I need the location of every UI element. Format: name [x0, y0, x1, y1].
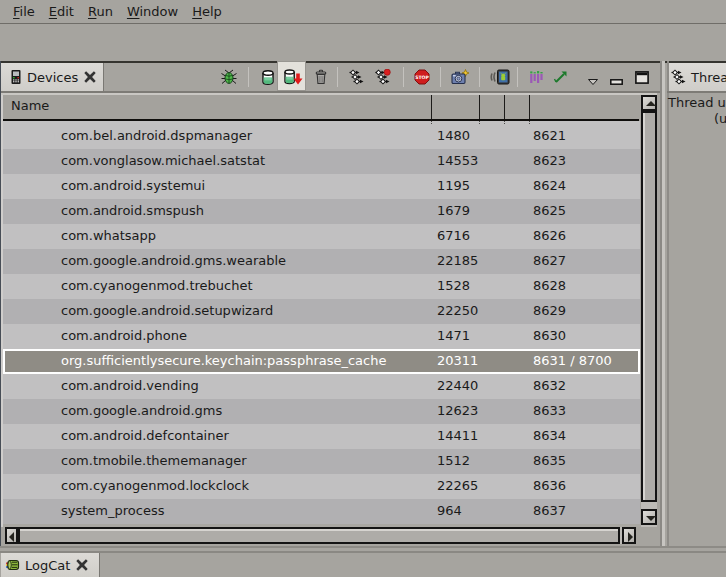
table-row[interactable]: com.vonglasow.michael.satstat145538623 — [3, 149, 640, 174]
menu-bar: FileEditRunWindowHelp — [0, 0, 726, 24]
process-pid: 22440 — [437, 378, 478, 393]
column-divider[interactable] — [504, 95, 505, 119]
process-pid: 1471 — [437, 328, 470, 343]
scroll-left-button[interactable] — [5, 527, 18, 544]
debug-bug-icon — [221, 73, 237, 88]
close-icon[interactable] — [84, 71, 96, 83]
horizontal-scrollbar-thumb[interactable] — [18, 527, 620, 544]
table-row[interactable]: com.android.defcontainer144118634 — [3, 424, 640, 449]
horizontal-scrollbar[interactable] — [5, 527, 636, 544]
screen-capture-button[interactable] — [451, 69, 471, 85]
table-row-selected[interactable]: org.sufficientlysecure.keychain:passphra… — [3, 349, 640, 374]
column-divider[interactable] — [529, 95, 530, 119]
panel-sash[interactable] — [662, 61, 665, 548]
logcat-icon — [5, 557, 21, 573]
table-row[interactable]: com.bel.android.dspmanager14808621 — [3, 124, 640, 149]
cause-gc-button[interactable] — [313, 69, 329, 85]
start-method-profiling-button[interactable] — [375, 69, 391, 85]
table-header[interactable]: Name — [1, 95, 640, 119]
heap-dump-icon — [283, 74, 303, 89]
opengl-trace-arrow-icon — [553, 73, 569, 88]
process-port: 8634 — [533, 428, 566, 443]
vertical-scrollbar-thumb[interactable] — [641, 111, 657, 502]
table-row[interactable]: com.android.smspush16798625 — [3, 199, 640, 224]
window-left-edge — [0, 61, 1, 550]
process-name: com.android.smspush — [61, 203, 204, 218]
column-divider[interactable] — [479, 95, 480, 119]
screen-record-button[interactable] — [490, 69, 510, 85]
toolbar-separator — [403, 67, 404, 87]
process-port: 8632 — [533, 378, 566, 393]
stop-process-button[interactable]: STOP — [414, 69, 430, 85]
start-opengl-trace-button[interactable] — [553, 69, 569, 85]
tab-logcat[interactable]: LogCat — [1, 553, 100, 577]
process-port: 8636 — [533, 478, 566, 493]
devices-tab-label: Devices — [27, 70, 78, 85]
scroll-right-button[interactable] — [622, 527, 636, 544]
dump-hprof-button[interactable] — [283, 68, 303, 84]
tab-threads[interactable]: Threads — [669, 63, 726, 91]
minimize-view-button[interactable] — [610, 73, 623, 88]
systrace-bars-icon — [528, 73, 544, 88]
menu-help[interactable]: Help — [185, 0, 229, 23]
scroll-up-button[interactable] — [641, 95, 657, 111]
update-threads-button[interactable] — [349, 69, 365, 85]
debug-process-button[interactable] — [221, 69, 237, 85]
table-row[interactable]: com.tmobile.thememanager15128635 — [3, 449, 640, 474]
devices-process-table: com.bel.android.dspmanager14808621com.vo… — [3, 121, 640, 527]
table-row[interactable]: com.cyanogenmod.trebuchet15288628 — [3, 274, 640, 299]
process-pid: 6716 — [437, 228, 470, 243]
trash-icon — [313, 73, 329, 88]
table-row[interactable]: com.google.android.setupwizard222508629 — [3, 299, 640, 324]
close-icon[interactable] — [76, 559, 88, 571]
process-pid: 20311 — [437, 353, 478, 368]
process-name: com.google.android.gms — [61, 403, 222, 418]
table-row[interactable]: com.android.phone14718630 — [3, 324, 640, 349]
menu-edit[interactable]: Edit — [42, 0, 81, 23]
table-row[interactable]: com.google.android.gms126238633 — [3, 399, 640, 424]
camera-icon — [451, 73, 470, 88]
ddms-devices-screen: { "menu_bar": { "items": [ {"label": "Fi… — [0, 0, 726, 577]
maximize-view-button[interactable] — [635, 71, 649, 87]
menu-run[interactable]: Run — [81, 0, 120, 23]
process-port: 8635 — [533, 453, 566, 468]
profiling-icon — [375, 73, 391, 88]
maximize-icon — [635, 72, 649, 87]
threads-icon — [349, 73, 365, 88]
table-row[interactable]: com.android.systemui11958624 — [3, 174, 640, 199]
table-row[interactable]: com.whatsapp67168626 — [3, 224, 640, 249]
left-arrow-icon — [9, 532, 14, 542]
table-row[interactable]: com.google.android.gms.wearable221858627 — [3, 249, 640, 274]
table-row[interactable]: system_process9648637 — [3, 499, 640, 524]
column-divider[interactable] — [431, 95, 432, 119]
vertical-scrollbar[interactable] — [641, 95, 657, 527]
process-name: com.google.android.gms.wearable — [61, 253, 286, 268]
process-name: com.android.vending — [61, 378, 199, 393]
menu-file[interactable]: File — [6, 0, 42, 23]
view-menu-button[interactable] — [588, 73, 598, 88]
process-port: 8625 — [533, 203, 566, 218]
process-port: 8630 — [533, 328, 566, 343]
process-name: com.vonglasow.michael.satstat — [61, 153, 265, 168]
process-pid: 1480 — [437, 128, 470, 143]
devices-view-tabbar: Devices STOP — [0, 63, 660, 91]
process-pid: 1679 — [437, 203, 470, 218]
scroll-down-button[interactable] — [641, 509, 657, 525]
column-header-name[interactable]: Name — [11, 98, 49, 113]
menu-window[interactable]: Window — [120, 0, 185, 23]
minimize-icon — [610, 73, 623, 88]
table-row[interactable]: com.android.vending224408632 — [3, 374, 640, 399]
phone-icon — [8, 69, 24, 85]
threads-panel-left-edge — [667, 61, 669, 548]
tab-devices[interactable]: Devices — [1, 63, 104, 91]
process-pid: 14553 — [437, 153, 478, 168]
threads-message-line2: (use toolbar button to enable) — [714, 111, 726, 126]
heap-cylinder-icon — [260, 73, 276, 88]
table-row[interactable]: com.cyanogenmod.lockclock222658636 — [3, 474, 640, 499]
right-arrow-icon — [628, 532, 633, 542]
process-port: 8627 — [533, 253, 566, 268]
threads-tabbar-keyline — [667, 91, 726, 93]
process-name: com.android.defcontainer — [61, 428, 229, 443]
update-heap-button[interactable] — [260, 69, 276, 85]
capture-systrace-button[interactable] — [528, 69, 544, 85]
